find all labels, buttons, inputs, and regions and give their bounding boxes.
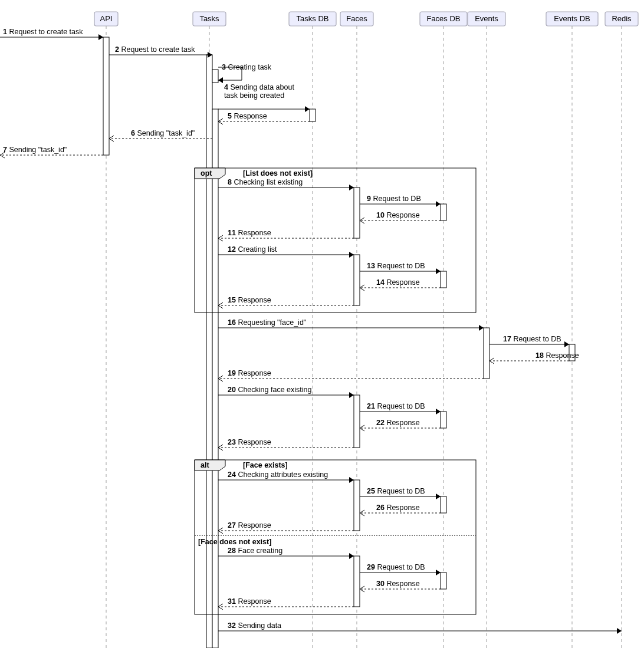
- activation-tasks_act: [206, 55, 212, 648]
- activation-tasks_act2a: [212, 70, 218, 83]
- frame-tag-label-opt: opt: [201, 169, 212, 177]
- participant-label-eventsdb: Events DB: [554, 14, 590, 23]
- activation-faces_a12: [354, 255, 360, 305]
- message-label-18: 18 Response: [535, 351, 579, 360]
- activation-facesdb_a13: [441, 271, 446, 288]
- svg-marker-8: [479, 325, 484, 331]
- participant-label-facesdb: Faces DB: [426, 14, 460, 23]
- message-label-10: 10 Response: [376, 211, 420, 219]
- svg-marker-14: [349, 553, 354, 559]
- svg-marker-11: [436, 409, 441, 415]
- message-label-1: 1 Request to create task: [3, 28, 83, 36]
- frame-guard-opt: [List does not exist]: [243, 169, 313, 177]
- message-label-12: 12 Creating list: [228, 245, 277, 254]
- frame-alt-guard: [Face does not exist]: [198, 538, 271, 546]
- message-label-4: 4 Sending data abouttask being created: [224, 83, 294, 100]
- svg-marker-5: [436, 201, 441, 207]
- message-label-28: 28 Face creating: [228, 547, 282, 555]
- message-label-2: 2 Request to create task: [115, 45, 195, 54]
- svg-marker-15: [436, 570, 441, 575]
- message-label-8: 8 Checking list existing: [228, 178, 303, 186]
- message-label-23: 23 Response: [228, 438, 271, 446]
- participant-label-events: Events: [475, 14, 498, 23]
- participant-label-tasksdb: Tasks DB: [297, 14, 329, 23]
- message-label-31: 31 Response: [228, 597, 271, 606]
- message-label-21: 21 Request to DB: [367, 402, 425, 410]
- message-label-17: 17 Request to DB: [503, 335, 561, 343]
- message-label-30: 30 Response: [376, 580, 420, 588]
- message-label-11: 11 Response: [228, 229, 271, 237]
- message-label-27: 27 Response: [228, 521, 271, 529]
- frame-guard-alt: [Face exists]: [243, 461, 288, 469]
- svg-marker-2: [218, 77, 223, 83]
- activation-facesdb_a29: [441, 573, 446, 589]
- participant-label-redis: Redis: [612, 14, 632, 23]
- message-label-24: 24 Checking attributes existing: [228, 471, 328, 479]
- activation-api_act: [103, 37, 109, 155]
- message-label-19: 19 Response: [228, 369, 271, 377]
- message-label-16: 16 Requesting "face_id": [228, 318, 306, 327]
- svg-marker-3: [305, 106, 310, 112]
- frame-opt: [195, 168, 476, 313]
- activation-tasksdb_a: [310, 109, 316, 121]
- activation-faces_a24: [354, 480, 360, 531]
- message-label-15: 15 Response: [228, 296, 271, 304]
- participant-label-api: API: [100, 14, 113, 23]
- activation-facesdb_a9: [441, 204, 446, 221]
- svg-marker-0: [98, 34, 103, 40]
- frame-alt: [195, 460, 476, 614]
- message-label-5: 5 Response: [228, 112, 267, 120]
- svg-marker-6: [349, 252, 354, 258]
- message-label-26: 26 Response: [376, 504, 420, 512]
- svg-marker-10: [349, 392, 354, 398]
- message-label-29: 29 Request to DB: [367, 563, 425, 571]
- activation-faces_a20: [354, 395, 360, 448]
- svg-marker-7: [436, 268, 441, 274]
- message-label-13: 13 Request to DB: [367, 262, 425, 270]
- activation-tasks_act2b: [212, 109, 218, 648]
- svg-marker-16: [617, 628, 622, 634]
- activation-faces_a28: [354, 556, 360, 607]
- activation-facesdb_a25: [441, 496, 446, 513]
- activation-facesdb_a21: [441, 412, 446, 428]
- participant-label-faces: Faces: [346, 14, 367, 23]
- svg-marker-9: [564, 341, 569, 347]
- svg-marker-12: [349, 477, 354, 483]
- message-label-14: 14 Response: [376, 278, 420, 287]
- message-label-9: 9 Request to DB: [367, 195, 421, 203]
- frame-tag-label-alt: alt: [201, 461, 209, 469]
- message-label-20: 20 Checking face existing: [228, 386, 312, 394]
- message-label-3: 3 Creating task: [222, 63, 272, 71]
- svg-marker-4: [349, 185, 354, 190]
- participant-label-tasks: Tasks: [199, 14, 219, 23]
- message-label-7: 7 Sending "task_id": [3, 146, 67, 154]
- message-label-22: 22 Response: [376, 419, 420, 427]
- activation-faces_a8: [354, 188, 360, 238]
- activation-events_a16: [484, 328, 489, 379]
- frame-tag-alt: [195, 460, 225, 471]
- svg-marker-13: [436, 494, 441, 499]
- message-label-32: 32 Sending data: [228, 621, 281, 630]
- message-label-6: 6 Sending "task_id": [131, 129, 195, 137]
- message-label-25: 25 Request to DB: [367, 487, 425, 495]
